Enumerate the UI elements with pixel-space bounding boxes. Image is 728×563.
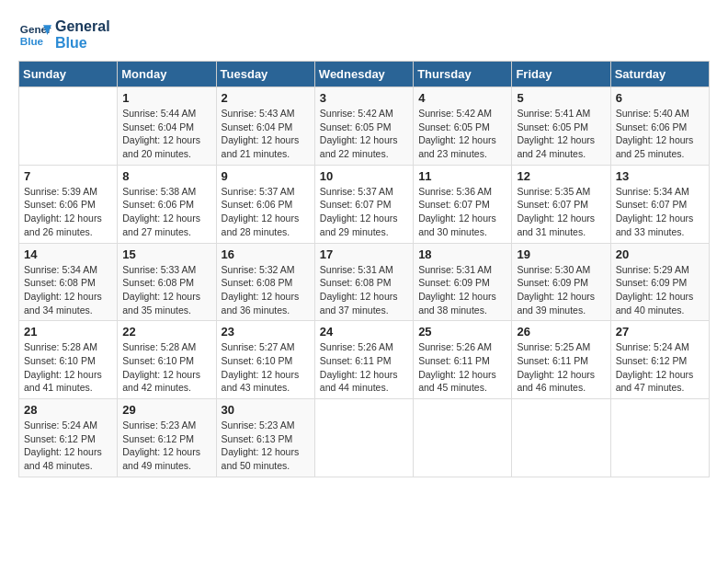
day-info: Sunrise: 5:34 AM Sunset: 6:08 PM Dayligh… [24, 263, 112, 317]
calendar-cell [314, 399, 413, 477]
day-number: 12 [517, 169, 605, 183]
logo-icon: General Blue [18, 18, 51, 52]
day-number: 24 [320, 325, 408, 339]
day-info: Sunrise: 5:38 AM Sunset: 6:06 PM Dayligh… [122, 185, 210, 239]
calendar-cell: 28Sunrise: 5:24 AM Sunset: 6:12 PM Dayli… [19, 399, 118, 477]
day-number: 9 [222, 169, 310, 183]
day-number: 10 [320, 169, 408, 183]
day-number: 16 [222, 247, 310, 261]
calendar-week-3: 14Sunrise: 5:34 AM Sunset: 6:08 PM Dayli… [19, 243, 710, 321]
calendar-cell: 30Sunrise: 5:23 AM Sunset: 6:13 PM Dayli… [216, 399, 314, 477]
day-info: Sunrise: 5:24 AM Sunset: 6:12 PM Dayligh… [616, 340, 704, 395]
calendar-cell: 9Sunrise: 5:37 AM Sunset: 6:06 PM Daylig… [216, 165, 314, 243]
logo: General Blue General Blue [18, 18, 110, 52]
calendar-cell: 19Sunrise: 5:30 AM Sunset: 6:09 PM Dayli… [512, 243, 610, 321]
calendar-body: 1Sunrise: 5:44 AM Sunset: 6:04 PM Daylig… [19, 87, 710, 477]
day-number: 18 [418, 247, 506, 261]
calendar-cell: 14Sunrise: 5:34 AM Sunset: 6:08 PM Dayli… [19, 243, 118, 321]
day-number: 21 [24, 325, 112, 339]
calendar-cell: 27Sunrise: 5:24 AM Sunset: 6:12 PM Dayli… [610, 321, 709, 399]
day-number: 25 [418, 325, 506, 339]
day-number: 15 [122, 247, 210, 261]
calendar-cell: 12Sunrise: 5:35 AM Sunset: 6:07 PM Dayli… [512, 165, 610, 243]
day-info: Sunrise: 5:34 AM Sunset: 6:07 PM Dayligh… [616, 185, 704, 239]
day-info: Sunrise: 5:23 AM Sunset: 6:12 PM Dayligh… [122, 419, 210, 473]
weekday-header-thursday: Thursday [414, 62, 512, 87]
day-info: Sunrise: 5:30 AM Sunset: 6:09 PM Dayligh… [517, 263, 605, 317]
svg-text:Blue: Blue [20, 35, 44, 47]
day-number: 26 [517, 325, 605, 339]
calendar-cell: 25Sunrise: 5:26 AM Sunset: 6:11 PM Dayli… [414, 321, 512, 399]
day-number: 20 [616, 247, 704, 261]
day-number: 29 [122, 403, 210, 417]
day-info: Sunrise: 5:25 AM Sunset: 6:11 PM Dayligh… [517, 340, 605, 395]
day-info: Sunrise: 5:42 AM Sunset: 6:05 PM Dayligh… [418, 107, 506, 161]
calendar-cell: 5Sunrise: 5:41 AM Sunset: 6:05 PM Daylig… [512, 87, 610, 166]
weekday-header-row: SundayMondayTuesdayWednesdayThursdayFrid… [19, 62, 710, 87]
calendar-cell: 1Sunrise: 5:44 AM Sunset: 6:04 PM Daylig… [118, 87, 216, 166]
day-number: 3 [320, 91, 408, 105]
calendar-cell: 3Sunrise: 5:42 AM Sunset: 6:05 PM Daylig… [314, 87, 413, 166]
day-number: 2 [222, 91, 310, 105]
calendar-cell: 2Sunrise: 5:43 AM Sunset: 6:04 PM Daylig… [216, 87, 314, 166]
day-info: Sunrise: 5:42 AM Sunset: 6:05 PM Dayligh… [320, 107, 408, 161]
calendar-cell [512, 399, 610, 477]
day-number: 27 [616, 325, 704, 339]
calendar-cell: 15Sunrise: 5:33 AM Sunset: 6:08 PM Dayli… [118, 243, 216, 321]
day-number: 7 [24, 169, 112, 183]
day-info: Sunrise: 5:44 AM Sunset: 6:04 PM Dayligh… [122, 107, 210, 161]
day-info: Sunrise: 5:37 AM Sunset: 6:06 PM Dayligh… [222, 185, 310, 239]
calendar-cell: 18Sunrise: 5:31 AM Sunset: 6:09 PM Dayli… [414, 243, 512, 321]
weekday-header-friday: Friday [512, 62, 610, 87]
day-info: Sunrise: 5:24 AM Sunset: 6:12 PM Dayligh… [24, 419, 112, 473]
calendar-cell: 26Sunrise: 5:25 AM Sunset: 6:11 PM Dayli… [512, 321, 610, 399]
day-info: Sunrise: 5:37 AM Sunset: 6:07 PM Dayligh… [320, 185, 408, 239]
weekday-header-saturday: Saturday [610, 62, 709, 87]
day-info: Sunrise: 5:31 AM Sunset: 6:09 PM Dayligh… [418, 263, 506, 317]
calendar-cell: 7Sunrise: 5:39 AM Sunset: 6:06 PM Daylig… [19, 165, 118, 243]
calendar-cell: 24Sunrise: 5:26 AM Sunset: 6:11 PM Dayli… [314, 321, 413, 399]
day-info: Sunrise: 5:36 AM Sunset: 6:07 PM Dayligh… [418, 185, 506, 239]
day-number: 8 [122, 169, 210, 183]
calendar-cell: 21Sunrise: 5:28 AM Sunset: 6:10 PM Dayli… [19, 321, 118, 399]
day-info: Sunrise: 5:26 AM Sunset: 6:11 PM Dayligh… [320, 340, 408, 395]
day-info: Sunrise: 5:35 AM Sunset: 6:07 PM Dayligh… [517, 185, 605, 239]
day-number: 22 [122, 325, 210, 339]
day-info: Sunrise: 5:29 AM Sunset: 6:09 PM Dayligh… [616, 263, 704, 317]
calendar-cell: 20Sunrise: 5:29 AM Sunset: 6:09 PM Dayli… [610, 243, 709, 321]
weekday-header-wednesday: Wednesday [314, 62, 413, 87]
calendar-cell: 17Sunrise: 5:31 AM Sunset: 6:08 PM Dayli… [314, 243, 413, 321]
day-number: 6 [616, 91, 704, 105]
day-number: 17 [320, 247, 408, 261]
day-number: 30 [222, 403, 310, 417]
day-info: Sunrise: 5:27 AM Sunset: 6:10 PM Dayligh… [222, 340, 310, 395]
calendar-week-2: 7Sunrise: 5:39 AM Sunset: 6:06 PM Daylig… [19, 165, 710, 243]
weekday-header-tuesday: Tuesday [216, 62, 314, 87]
calendar-week-4: 21Sunrise: 5:28 AM Sunset: 6:10 PM Dayli… [19, 321, 710, 399]
calendar-cell: 22Sunrise: 5:28 AM Sunset: 6:10 PM Dayli… [118, 321, 216, 399]
calendar-cell [610, 399, 709, 477]
day-number: 4 [418, 91, 506, 105]
calendar-cell [414, 399, 512, 477]
calendar-cell: 6Sunrise: 5:40 AM Sunset: 6:06 PM Daylig… [610, 87, 709, 166]
day-info: Sunrise: 5:40 AM Sunset: 6:06 PM Dayligh… [616, 107, 704, 161]
calendar-cell: 10Sunrise: 5:37 AM Sunset: 6:07 PM Dayli… [314, 165, 413, 243]
calendar-cell: 11Sunrise: 5:36 AM Sunset: 6:07 PM Dayli… [414, 165, 512, 243]
weekday-header-sunday: Sunday [19, 62, 118, 87]
day-number: 23 [222, 325, 310, 339]
page-header: General Blue General Blue [18, 18, 710, 52]
calendar-cell: 4Sunrise: 5:42 AM Sunset: 6:05 PM Daylig… [414, 87, 512, 166]
calendar-cell: 29Sunrise: 5:23 AM Sunset: 6:12 PM Dayli… [118, 399, 216, 477]
calendar-cell: 13Sunrise: 5:34 AM Sunset: 6:07 PM Dayli… [610, 165, 709, 243]
calendar-table: SundayMondayTuesdayWednesdayThursdayFrid… [18, 61, 710, 477]
day-info: Sunrise: 5:31 AM Sunset: 6:08 PM Dayligh… [320, 263, 408, 317]
logo-blue: Blue [55, 35, 110, 52]
day-number: 19 [517, 247, 605, 261]
day-number: 5 [517, 91, 605, 105]
calendar-cell: 16Sunrise: 5:32 AM Sunset: 6:08 PM Dayli… [216, 243, 314, 321]
day-number: 14 [24, 247, 112, 261]
day-info: Sunrise: 5:28 AM Sunset: 6:10 PM Dayligh… [24, 340, 112, 395]
calendar-week-1: 1Sunrise: 5:44 AM Sunset: 6:04 PM Daylig… [19, 87, 710, 166]
day-info: Sunrise: 5:28 AM Sunset: 6:10 PM Dayligh… [122, 340, 210, 395]
day-info: Sunrise: 5:39 AM Sunset: 6:06 PM Dayligh… [24, 185, 112, 239]
